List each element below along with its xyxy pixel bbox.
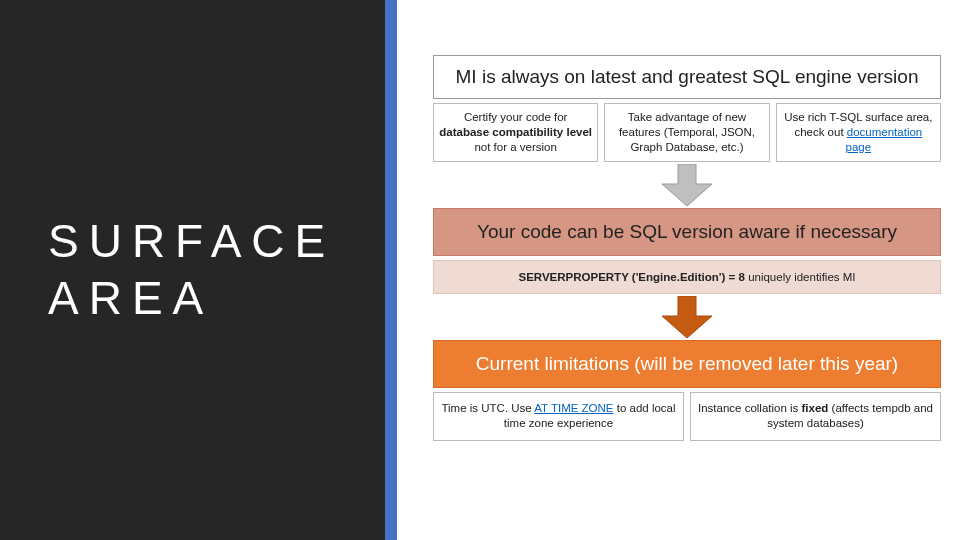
section1-row: Certify your code for database compatibi… xyxy=(433,103,941,162)
svg-marker-1 xyxy=(662,296,712,338)
arrow-2 xyxy=(433,296,941,338)
section3-header-text: Current limitations (will be removed lat… xyxy=(476,353,898,374)
sidebar: SURFACE AREA xyxy=(0,0,385,540)
title-line-2: AREA xyxy=(48,272,213,324)
section2-header: Your code can be SQL version aware if ne… xyxy=(433,208,941,256)
arrow-down-icon xyxy=(662,164,712,206)
slide-title: SURFACE AREA xyxy=(0,213,355,328)
content-area: MI is always on latest and greatest SQL … xyxy=(385,0,959,540)
svg-marker-0 xyxy=(662,164,712,206)
section2-sub: SERVERPROPERTY ('Engine.Edition') = 8 un… xyxy=(433,260,941,294)
section2-header-text: Your code can be SQL version aware if ne… xyxy=(477,221,897,242)
section1-cell-2: Take advantage of new features (Temporal… xyxy=(604,103,769,162)
arrow-1 xyxy=(433,164,941,206)
documentation-link[interactable]: documentation page xyxy=(846,126,923,153)
section3-cell-2: Instance collation is fixed (affects tem… xyxy=(690,392,941,441)
section3-header: Current limitations (will be removed lat… xyxy=(433,340,941,388)
arrow-down-icon xyxy=(662,296,712,338)
section1-cell-3: Use rich T-SQL surface area, check out d… xyxy=(776,103,941,162)
section3-row: Time is UTC. Use AT TIME ZONE to add loc… xyxy=(433,392,941,441)
section3-cell-1: Time is UTC. Use AT TIME ZONE to add loc… xyxy=(433,392,684,441)
section1-cell-1: Certify your code for database compatibi… xyxy=(433,103,598,162)
at-time-zone-link[interactable]: AT TIME ZONE xyxy=(534,402,613,414)
title-line-1: SURFACE xyxy=(48,215,335,267)
section1-header-text: MI is always on latest and greatest SQL … xyxy=(456,66,919,87)
section1-header: MI is always on latest and greatest SQL … xyxy=(433,55,941,99)
